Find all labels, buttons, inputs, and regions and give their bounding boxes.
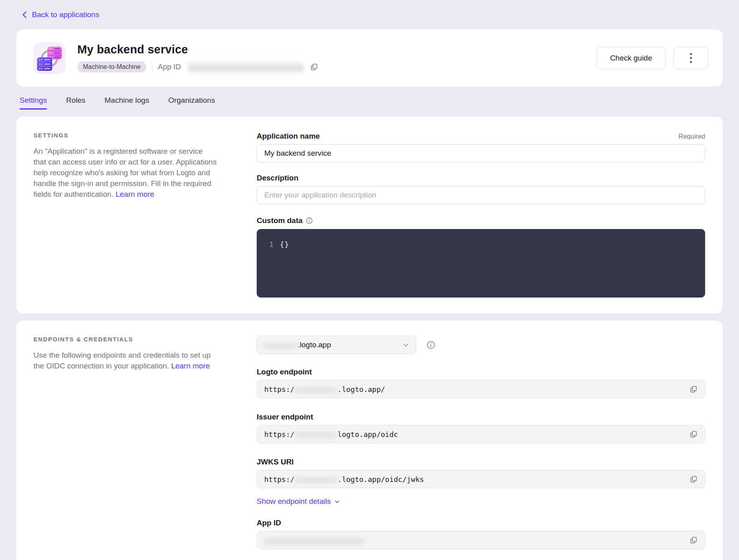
copy-icon [690,430,698,438]
tab-bar: Settings Roles Machine logs Organization… [16,96,723,110]
machine-to-machine-app-icon [33,42,65,74]
copy-app-id-field-button[interactable] [689,535,698,545]
meta-divider [152,63,152,71]
endpoints-aside: ENDPOINTS & CREDENTIALS Use the followin… [33,336,217,549]
jwks-uri-block: JWKS URI https:/ .logto.app/oidc/jwks [257,458,705,488]
endpoints-form: .logto.app Logto endpoint https:/ [257,336,705,549]
issuer-endpoint-label: Issuer endpoint [257,413,313,421]
header-meta-row: Machine-to-Machine App ID [77,61,596,73]
editor-code-content: {} [280,240,289,298]
logto-endpoint-label: Logto endpoint [257,368,312,376]
tab-roles[interactable]: Roles [66,96,86,110]
redacted-tenant-id [295,474,337,484]
domain-select[interactable]: .logto.app [257,336,416,354]
custom-data-code-editor[interactable]: 1 {} [257,229,705,298]
settings-aside: SETTINGS An "Application" is a registere… [33,132,217,298]
app-id-label: App ID [158,63,181,71]
description-input[interactable] [257,186,705,204]
info-icon[interactable] [306,217,313,224]
endpoints-credentials-card: ENDPOINTS & CREDENTIALS Use the followin… [16,321,723,560]
app-id-field-value[interactable] [257,531,705,549]
settings-form: Application name Required Description Cu… [257,132,705,298]
issuer-endpoint-block: Issuer endpoint https:/ logto.app/oidc [257,413,705,443]
application-title: My backend service [77,43,596,56]
redacted-tenant-id [295,384,337,394]
domain-info-icon[interactable] [426,341,435,349]
endpoints-heading: ENDPOINTS & CREDENTIALS [33,336,217,343]
editor-line-number: 1 [257,240,280,298]
jwks-uri-value[interactable]: https:/ .logto.app/oidc/jwks [257,470,705,488]
copy-icon [690,475,698,483]
chevron-down-icon [334,499,340,505]
required-hint: Required [678,133,705,140]
tab-organizations[interactable]: Organizations [168,96,215,110]
tab-settings[interactable]: Settings [20,96,47,110]
issuer-endpoint-value[interactable]: https:/ logto.app/oidc [257,425,705,443]
description-field-block: Description [257,174,705,204]
custom-data-field-block: Custom data 1 {} [257,216,705,298]
chevron-left-icon [22,11,28,18]
tab-machine-logs[interactable]: Machine logs [104,96,149,110]
domain-select-value: .logto.app [298,341,402,349]
settings-card: SETTINGS An "Application" is a registere… [16,117,723,313]
show-endpoint-details-toggle[interactable]: Show endpoint details [257,497,340,506]
copy-icon [690,536,698,544]
check-guide-button[interactable]: Check guide [596,47,666,69]
redacted-app-id-value [265,535,365,545]
copy-icon [690,385,698,393]
copy-jwks-uri-button[interactable] [689,474,698,484]
app-id-field-block: App ID [257,519,705,549]
logto-endpoint-value[interactable]: https:/ .logto.app/ [257,380,705,398]
redacted-tenant-id [263,340,297,350]
back-to-applications-link[interactable]: Back to applications [22,10,99,19]
endpoints-description: Use the following endpoints and credenti… [33,350,217,371]
redacted-tenant-id [295,429,337,439]
endpoints-learn-more-link[interactable]: Learn more [171,362,210,370]
back-link-label: Back to applications [32,10,99,19]
custom-data-label: Custom data [257,216,303,225]
app-type-badge: Machine-to-Machine [77,61,146,72]
jwks-uri-label: JWKS URI [257,458,294,466]
chevron-down-icon [402,341,409,349]
application-details-page: Back to applications [0,0,739,560]
kebab-icon [690,53,692,55]
application-name-label: Application name [257,132,320,141]
more-actions-button[interactable] [673,47,708,69]
copy-app-id-button[interactable] [309,62,319,72]
copy-icon [310,63,318,71]
settings-learn-more-link[interactable]: Learn more [116,190,154,198]
logto-endpoint-block: Logto endpoint https:/ .logto.app/ [257,368,705,398]
settings-description: An "Application" is a registered softwar… [33,146,217,200]
application-name-field-block: Application name Required [257,132,705,163]
header-actions: Check guide [596,47,708,69]
header-main: My backend service Machine-to-Machine Ap… [77,43,596,73]
settings-heading: SETTINGS [33,132,217,139]
app-id-field-label: App ID [257,519,281,527]
domain-select-row: .logto.app [257,336,705,354]
redacted-app-id-value [188,61,304,73]
copy-logto-endpoint-button[interactable] [689,384,698,394]
application-header-card: My backend service Machine-to-Machine Ap… [16,29,723,86]
copy-issuer-endpoint-button[interactable] [689,429,698,439]
back-row: Back to applications [16,0,723,29]
description-label: Description [257,174,299,182]
application-name-input[interactable] [257,144,705,163]
